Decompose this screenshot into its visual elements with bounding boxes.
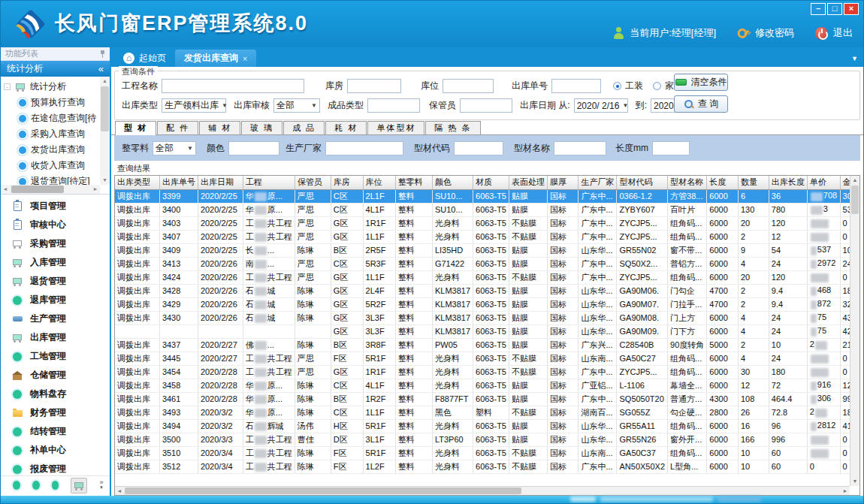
column-header[interactable]: 出库日期 (198, 176, 243, 189)
tree-item[interactable]: 在途信息查询[待 (4, 110, 100, 126)
product-type-input[interactable] (367, 98, 420, 113)
tree-vscroll-thumb[interactable] (101, 86, 109, 131)
table-row[interactable]: 调拨出库34092020/2/25长▓▓...陈琳B区2R5F整料LI35HD6… (115, 243, 859, 257)
stats-group-header[interactable]: 统计分析 « (1, 61, 110, 77)
material-tab[interactable]: 耗 材 (325, 121, 367, 134)
table-row[interactable]: 调拨出库34032020/2/25工▓▓共工程严思G区1R1F整料光身料6063… (115, 216, 859, 230)
change-password-link[interactable]: 修改密码 (755, 26, 794, 40)
column-header[interactable]: 长度 (707, 176, 739, 189)
scroll-up-icon[interactable]: ▲ (100, 77, 110, 86)
tree-item[interactable]: 退货查询[待定] (4, 174, 100, 185)
table-row[interactable]: 调拨出库35102020/3/4工▓▓共工程陈琳F区5R1F整料光身料6063-… (115, 446, 859, 460)
scroll-down-icon[interactable]: ▼ (850, 477, 859, 486)
material-tab[interactable]: 成 品 (283, 121, 325, 134)
sidebar-menu-item[interactable]: 入库管理 (1, 253, 110, 272)
table-row[interactable]: 调拨出库34452020/2/27工▓▓共工程严思F区5R1F整料光身料6063… (115, 352, 859, 365)
outbound-type-select[interactable]: 生产领料出库 ▼ (162, 98, 226, 113)
tree-item[interactable]: 预算执行查询 (4, 95, 100, 110)
tab-close-icon[interactable]: × (243, 54, 247, 63)
column-header[interactable]: 库位 (363, 176, 395, 189)
tab-active[interactable]: 发货出库查询× (175, 50, 256, 67)
column-header[interactable]: 数量 (738, 176, 769, 189)
sidebar-menu-item[interactable]: 出库管理 (1, 328, 110, 347)
scroll-right-icon[interactable]: ► (91, 185, 100, 194)
audit-select[interactable]: 全部 ▼ (273, 98, 320, 113)
table-row[interactable]: 调拨出库34302020/2/26石▓▓城陈琳G区3L3F整料KLM381760… (115, 311, 859, 324)
sidebar-menu-item[interactable]: 审核中心 (1, 216, 110, 234)
column-header[interactable]: 保管员 (295, 176, 331, 189)
profile-code-input[interactable] (454, 141, 503, 155)
material-tab[interactable]: 单体型材 (367, 121, 424, 134)
location-input[interactable] (443, 79, 494, 93)
tree-vertical-scrollbar[interactable]: ▲ ▼ (100, 77, 110, 185)
collapse-icon[interactable]: « (98, 63, 104, 74)
tree-root-node[interactable]: - 统计分析 (4, 79, 100, 95)
table-row[interactable]: 调拨出库34582020/2/28华▓▓原...陈琳C区4L1F整料光身料606… (115, 379, 859, 392)
clear-conditions-button[interactable]: 清空条件 (674, 74, 728, 91)
column-header[interactable]: 库房 (331, 176, 363, 189)
table-row[interactable]: G区3L3F整料KLM38176063-T5贴膜国标山东华...GA90M09.… (115, 324, 859, 338)
grid-vertical-scrollbar[interactable]: ▲ ▼ (850, 176, 859, 486)
length-input[interactable] (652, 141, 690, 155)
column-header[interactable]: 出库单号 (159, 176, 198, 189)
material-tab[interactable]: 配 件 (157, 121, 198, 134)
pin-icon[interactable] (100, 50, 105, 58)
table-row[interactable]: 调拨出库34282020/2/26石▓▓城陈琳G区2L4F整料KLM381760… (115, 284, 859, 297)
column-header[interactable]: 出库类型 (115, 176, 159, 189)
table-row[interactable]: 调拨出库33992020/2/25华▓▓原...严思C区2L1F整料SU10..… (115, 189, 859, 203)
cart-shortcut-button[interactable] (71, 478, 87, 493)
tree-item[interactable]: 采购入库查询 (4, 126, 100, 142)
grid-hscroll-thumb[interactable] (125, 487, 521, 494)
sidebar-menu-item[interactable]: 仓储管理 (1, 366, 110, 385)
scroll-left-icon[interactable]: ◄ (1, 185, 10, 194)
keeper-input[interactable] (460, 98, 512, 113)
scroll-left-icon[interactable]: ◄ (115, 487, 124, 495)
column-header[interactable]: 出库长度 (769, 176, 807, 189)
table-row[interactable]: 调拨出库34542020/2/28工▓▓共工程严思G区1R1F整料光身料6063… (115, 365, 859, 379)
sidebar-overflow-button[interactable]: » ▼ (99, 480, 104, 490)
grid-vscroll-thumb[interactable] (851, 186, 859, 214)
home-radio[interactable] (653, 82, 661, 90)
sidebar-menu-item[interactable]: 财务管理 (1, 403, 110, 422)
project-name-input[interactable] (162, 79, 304, 93)
sidebar-menu-item[interactable]: 工地管理 (1, 347, 110, 366)
tree-item[interactable]: 收货入库查询 (4, 158, 100, 174)
material-tab[interactable]: 隔 热 条 (425, 121, 480, 134)
manufacturer-input[interactable] (325, 141, 403, 155)
tabbar-dropdown-icon[interactable]: ▼ (851, 55, 858, 62)
whole-part-select[interactable]: 全部 ▼ (153, 141, 196, 155)
tab-home[interactable]: 起始页 (114, 50, 175, 67)
table-row[interactable]: 调拨出库34002020/2/25华▓▓原...严思C区4L1F整料SU10..… (115, 203, 859, 216)
table-row[interactable]: 调拨出库34372020/2/27佛▓▓...陈琳B区3R8F整料PW05606… (115, 338, 859, 352)
table-row[interactable]: 调拨出库34292020/2/26石▓▓城陈琳G区5R2F整料KLM381760… (115, 297, 859, 311)
column-header[interactable]: 膜厚 (548, 176, 579, 189)
profile-name-input[interactable] (554, 141, 606, 155)
column-header[interactable]: 生产厂家 (579, 176, 617, 189)
table-row[interactable]: 调拨出库34942020/3/2石▓▓辉城汤伟H区5R1F整料光身料6063-T… (115, 419, 859, 433)
maximize-button[interactable]: □ (827, 3, 842, 15)
table-row[interactable]: 调拨出库34932020/3/2华▓▓原...陈琳C区1L1F整料黑色塑料不贴膜… (115, 406, 859, 419)
column-header[interactable]: 工程 (243, 176, 295, 189)
column-header[interactable]: 型材名称 (668, 176, 707, 189)
circle-icon[interactable] (32, 481, 40, 490)
tree-expander-icon[interactable]: - (4, 83, 11, 90)
sidebar-menu-item[interactable]: 报废管理 (1, 460, 110, 475)
scroll-right-icon[interactable]: ► (841, 487, 850, 495)
circle-icon[interactable] (13, 481, 20, 490)
table-row[interactable]: 调拨出库35002020/3/3工▓▓共工程曹佳D区3L1F整料LT3P6060… (115, 433, 859, 446)
sidebar-menu-item[interactable]: 采购管理 (1, 234, 110, 253)
table-row[interactable]: 调拨出库34612020/2/28华▓▓原...陈琳B区1R2F整料F8877F… (115, 392, 859, 406)
sidebar-menu-item[interactable]: 退库管理 (1, 291, 110, 309)
material-tab[interactable]: 玻 璃 (241, 121, 282, 134)
table-row[interactable]: 调拨出库34132020/2/26南▓▓...严思C区5R3F整料G714226… (115, 257, 859, 270)
tree-horizontal-scrollbar[interactable]: ◄ ► (1, 185, 100, 194)
column-header[interactable]: 颜色 (432, 176, 473, 189)
column-header[interactable]: 型材代码 (617, 176, 668, 189)
material-tab[interactable]: 型 材 (115, 121, 156, 135)
table-row[interactable]: 调拨出库35122020/3/4工▓▓共工程陈琳F区1L2F整料光身料6063-… (115, 460, 859, 473)
tree-hscroll-thumb[interactable] (11, 186, 64, 193)
column-header[interactable]: 整零料 (395, 176, 432, 189)
sidebar-menu-item[interactable]: 项目管理 (1, 197, 110, 216)
date-from-picker[interactable]: 2020/ 2/16 ▼ (574, 98, 628, 113)
column-header[interactable]: 单价 (807, 176, 840, 189)
